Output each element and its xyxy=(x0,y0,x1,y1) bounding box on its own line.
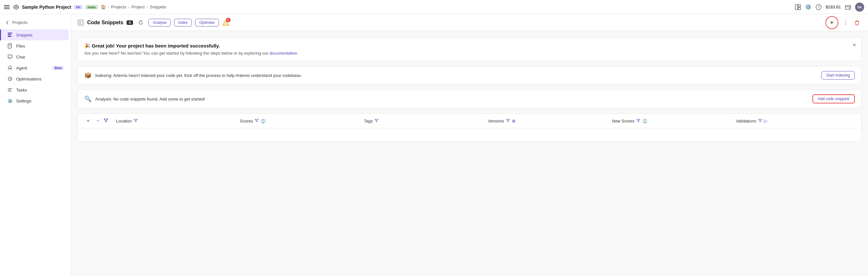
index-button[interactable]: Index xyxy=(174,19,192,27)
new-scores-filter-icon[interactable] xyxy=(637,119,640,123)
content-header-left: Code Snippets 0 Analyse Index Optimise !… xyxy=(78,18,822,27)
sidebar-snippets-label: Snippets xyxy=(16,33,33,37)
start-indexing-button[interactable]: Start indexing xyxy=(822,71,855,80)
sidebar-item-optimisations[interactable]: Optimisations xyxy=(2,73,69,84)
col-scores: Scores ⚖️ xyxy=(240,119,359,123)
analysis-card: 🔍 Analysis: No code snippets found. Add … xyxy=(78,89,862,108)
svg-rect-5 xyxy=(845,5,850,9)
scores-filter-icon[interactable] xyxy=(255,119,259,123)
snippets-icon xyxy=(7,32,13,38)
scores-balance-icon[interactable]: ⚖️ xyxy=(260,119,266,123)
versions-filter-icon[interactable] xyxy=(506,119,510,123)
analysis-text: Analysis: No code snippets found. Add so… xyxy=(95,96,809,102)
sidebar-item-files[interactable]: Files xyxy=(2,40,69,51)
svg-text:!: ! xyxy=(225,22,226,25)
indexing-icon: 📦 xyxy=(84,72,91,79)
help-icon[interactable]: ? xyxy=(815,4,822,10)
chat-icon xyxy=(7,54,13,60)
svg-point-11 xyxy=(9,66,11,68)
refresh-button[interactable] xyxy=(136,18,145,27)
col-versions-label: Versions xyxy=(488,119,504,123)
app-logo xyxy=(13,4,20,10)
validations-play-icon[interactable]: ▷ xyxy=(764,118,768,123)
alert-count: 2 xyxy=(226,18,230,22)
svg-rect-9 xyxy=(8,36,11,37)
sidebar-item-chat[interactable]: Chat xyxy=(2,51,69,62)
col-versions: Versions ⊕ xyxy=(488,118,607,123)
col-location-label: Location xyxy=(116,119,132,123)
agent-icon xyxy=(7,65,13,71)
close-banner-button[interactable]: × xyxy=(852,42,856,49)
topbar-right: ⚙️ ? $183.61 hh xyxy=(795,3,864,11)
sidebar-toggle-button[interactable] xyxy=(4,4,10,10)
content-area: Code Snippets 0 Analyse Index Optimise !… xyxy=(71,14,868,276)
beta-badge: Beta xyxy=(53,66,64,70)
home-icon[interactable]: 🏠 xyxy=(101,4,106,9)
sidebar-chat-label: Chat xyxy=(16,55,25,59)
optimise-button[interactable]: Optimise xyxy=(195,19,219,27)
table-body xyxy=(78,128,861,141)
sidebar-item-agent[interactable]: Agent Beta xyxy=(2,62,69,73)
col-new-scores: New Scores ⚖️ xyxy=(612,119,731,123)
svg-rect-7 xyxy=(8,33,12,34)
project-name: Sample Python Project xyxy=(22,4,71,10)
location-filter-icon[interactable] xyxy=(134,119,137,123)
versions-add-icon[interactable]: ⊕ xyxy=(512,118,516,123)
documentation-link[interactable]: documentation xyxy=(270,51,297,56)
settings-icon[interactable]: ⚙️ xyxy=(805,4,811,10)
add-code-snippets-button[interactable]: Add code snippets xyxy=(812,94,855,104)
content-header: Code Snippets 0 Analyse Index Optimise !… xyxy=(71,14,868,31)
user-avatar[interactable]: hh xyxy=(855,3,864,11)
col-location: Location xyxy=(116,119,235,123)
sidebar-item-snippets[interactable]: Snippets xyxy=(0,29,69,40)
back-label: Projects xyxy=(12,20,27,25)
analysis-icon: 🔍 xyxy=(84,95,91,103)
sidebar-item-tasks[interactable]: Tasks xyxy=(2,84,69,95)
sidebar: Projects Snippets Files Chat Agent xyxy=(0,14,71,276)
price-display: $183.61 xyxy=(826,4,841,9)
add-row-button[interactable]: + xyxy=(84,117,92,125)
remove-row-button[interactable]: − xyxy=(94,117,102,125)
wallet-icon[interactable] xyxy=(845,4,851,10)
files-icon xyxy=(7,43,13,49)
success-desc-prefix: Are you new here? No worries! You can ge… xyxy=(84,51,270,56)
back-to-projects[interactable]: Projects xyxy=(0,18,71,27)
breadcrumb-project[interactable]: Project xyxy=(131,4,144,9)
tasks-icon xyxy=(7,87,13,93)
svg-rect-0 xyxy=(795,4,798,10)
tags-filter-icon[interactable] xyxy=(375,119,378,123)
analyse-button[interactable]: Analyse xyxy=(149,19,171,27)
sidebar-item-settings[interactable]: ⚙️ Settings xyxy=(2,95,69,106)
success-desc-suffix: . xyxy=(297,51,299,56)
new-scores-balance-icon[interactable]: ⚖️ xyxy=(642,119,647,123)
snippets-count: 0 xyxy=(127,20,133,25)
content-body: × 🎉 Great job! Your project has been imp… xyxy=(71,31,868,276)
layout-icon[interactable] xyxy=(795,4,801,10)
table-header: + − Location Scores xyxy=(78,114,861,128)
svg-point-6 xyxy=(849,7,850,8)
topbar: Sample Python Project hh main 🏠 › Projec… xyxy=(0,0,868,14)
alert-icon[interactable]: ! 2 xyxy=(222,19,229,26)
delete-button[interactable] xyxy=(852,18,862,27)
sidebar-optimisations-label: Optimisations xyxy=(16,77,42,81)
table-controls: + − xyxy=(84,117,108,125)
snippets-table: + − Location Scores xyxy=(78,113,862,142)
add-snippet-button[interactable]: + xyxy=(826,16,838,29)
breadcrumb-snippets: Snippets xyxy=(150,4,166,9)
badge-main: main xyxy=(85,5,98,9)
page-icon xyxy=(78,19,84,26)
col-scores-label: Scores xyxy=(240,119,253,123)
indexing-text: Indexing: Artemis hasn't indexed your co… xyxy=(95,73,817,78)
validations-filter-icon[interactable] xyxy=(758,119,762,123)
content-header-right: + ⋮ xyxy=(826,16,862,29)
settings-sidebar-icon: ⚙️ xyxy=(7,98,13,104)
sidebar-files-label: Files xyxy=(16,44,25,49)
svg-rect-1 xyxy=(798,4,801,7)
badge-hh: hh xyxy=(73,5,82,9)
filter-icon[interactable] xyxy=(104,118,108,124)
topbar-left: Sample Python Project hh main 🏠 › Projec… xyxy=(4,4,792,10)
breadcrumb-projects[interactable]: Projects xyxy=(111,4,126,9)
more-options-button[interactable]: ⋮ xyxy=(841,18,850,27)
success-desc: Are you new here? No worries! You can ge… xyxy=(84,51,855,56)
breadcrumb: 🏠 › Projects › Project › Snippets xyxy=(101,4,166,9)
